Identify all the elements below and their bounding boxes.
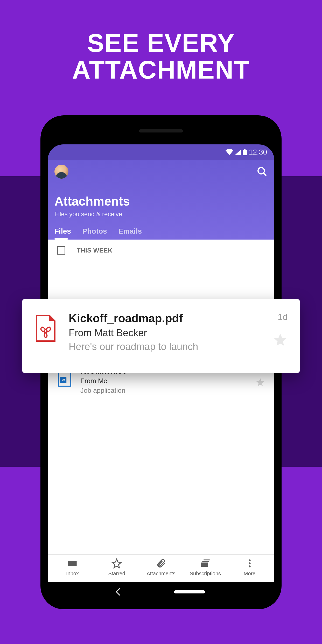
featured-date: 1d <box>278 312 288 322</box>
avatar[interactable] <box>54 165 68 179</box>
status-time: 12:30 <box>249 148 267 156</box>
search-icon[interactable] <box>257 166 268 177</box>
status-bar: 12:30 <box>48 144 274 160</box>
svg-rect-8 <box>202 561 209 562</box>
wifi-icon <box>226 149 233 155</box>
tabs: Files Photos Emails <box>54 227 268 240</box>
battery-icon <box>243 149 247 155</box>
promo-headline: SEE EVERY ATTACHMENT <box>0 30 322 83</box>
signal-icon <box>235 149 241 155</box>
app-header: Attachments Files you send & receive Fil… <box>48 160 274 240</box>
stack-icon <box>200 558 211 569</box>
home-button[interactable] <box>174 590 205 593</box>
page-title: Attachments <box>54 194 268 208</box>
nav-starred[interactable]: Starred <box>95 558 139 577</box>
tab-emails[interactable]: Emails <box>118 227 142 240</box>
more-icon <box>244 558 255 569</box>
section-label: THIS WEEK <box>77 247 113 254</box>
page-subtitle: Files you send & receive <box>54 211 268 218</box>
star-outline-icon <box>111 558 122 569</box>
nav-label: Starred <box>108 571 125 577</box>
svg-point-10 <box>249 559 250 561</box>
nav-label: More <box>244 571 256 577</box>
select-all-checkbox[interactable] <box>57 246 65 255</box>
nav-attachments[interactable]: Attachments <box>139 558 183 577</box>
svg-text:W: W <box>62 378 65 382</box>
featured-from: From Matt Becker <box>69 327 261 339</box>
featured-title: Kickoff_roadmap.pdf <box>69 312 261 325</box>
nav-label: Subscriptions <box>190 571 221 577</box>
content-area: THIS WEEK Cucumber_salad.pdf From Reese … <box>48 240 274 554</box>
nav-label: Attachments <box>146 571 175 577</box>
spacer <box>48 261 274 298</box>
svg-point-12 <box>249 565 250 567</box>
phone-speaker <box>139 129 183 132</box>
nav-inbox[interactable]: Inbox <box>50 558 95 577</box>
svg-line-3 <box>263 173 266 176</box>
bottom-nav: Inbox Starred Attachments Subscriptions … <box>48 554 274 582</box>
phone-screen: 12:30 Attachments Files you send & recei… <box>48 144 274 602</box>
svg-rect-7 <box>201 563 208 567</box>
nav-subscriptions[interactable]: Subscriptions <box>183 558 227 577</box>
pdf-icon <box>34 314 57 342</box>
svg-rect-9 <box>204 559 209 560</box>
paperclip-icon <box>156 558 166 569</box>
svg-point-2 <box>258 167 264 174</box>
svg-rect-0 <box>243 150 247 155</box>
back-button[interactable] <box>116 588 123 596</box>
svg-rect-1 <box>244 149 246 150</box>
section-header: THIS WEEK <box>48 240 274 261</box>
item-from: From Me <box>80 377 233 385</box>
inbox-icon <box>67 558 78 569</box>
android-nav-bar <box>48 582 274 602</box>
tab-files[interactable]: Files <box>54 227 71 240</box>
item-snippet: Job application <box>80 387 233 395</box>
nav-label: Inbox <box>66 571 79 577</box>
tab-photos[interactable]: Photos <box>82 227 107 240</box>
svg-point-11 <box>249 562 250 564</box>
star-icon[interactable] <box>256 377 265 387</box>
featured-attachment-card[interactable]: Kickoff_roadmap.pdf From Matt Becker Her… <box>22 299 300 373</box>
star-icon[interactable] <box>273 332 288 347</box>
nav-more[interactable]: More <box>227 558 272 577</box>
featured-snippet: Here's our roadmap to launch <box>69 341 261 352</box>
